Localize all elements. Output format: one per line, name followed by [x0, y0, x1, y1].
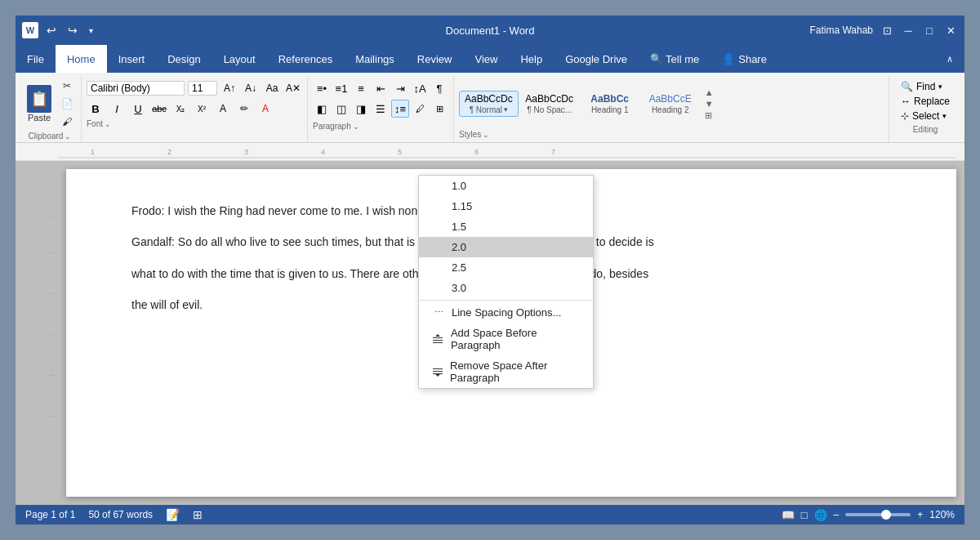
menu-view[interactable]: View	[463, 45, 509, 73]
align-left-button[interactable]: ◧	[313, 100, 331, 118]
maximize-button[interactable]: □	[922, 23, 937, 38]
superscript-button[interactable]: X²	[193, 100, 211, 118]
font-expand[interactable]: ⌄	[105, 120, 111, 128]
close-button[interactable]: ✕	[943, 23, 958, 38]
spacing-1-15[interactable]: 1.15	[419, 196, 593, 216]
print-layout-icon[interactable]: □	[801, 509, 808, 521]
line-spacing-button[interactable]: ↕≡	[391, 100, 409, 118]
menu-googledrive[interactable]: Google Drive	[554, 45, 639, 73]
select-button[interactable]: ⊹ Select ▾	[896, 109, 955, 123]
align-right-button[interactable]: ◨	[352, 100, 370, 118]
column-icon[interactable]: ⊞	[193, 508, 203, 521]
style-no-spacing[interactable]: AaBbCcDc ¶ No Spac...	[520, 91, 579, 115]
svg-text:7: 7	[551, 148, 555, 156]
italic-button[interactable]: I	[108, 100, 126, 118]
font-color2-button[interactable]: A	[256, 100, 274, 118]
spacing-2-0[interactable]: 2.0	[419, 237, 593, 257]
bold-button[interactable]: B	[87, 100, 105, 118]
menu-insert[interactable]: Insert	[107, 45, 157, 73]
svg-text:1: 1	[91, 148, 95, 156]
minimize-button[interactable]: ─	[901, 23, 915, 38]
shading-button[interactable]: 🖊	[411, 100, 429, 118]
line-spacing-options-label: Line Spacing Options...	[452, 306, 561, 319]
styles-label: Styles ⌄	[459, 130, 884, 139]
ribbon-collapse-btn[interactable]: ∧	[935, 45, 964, 73]
para-expand[interactable]: ⌄	[353, 123, 359, 131]
line-spacing-options[interactable]: ⋯ Line Spacing Options...	[419, 302, 593, 323]
remove-space-after[interactable]: Remove Space After Paragraph	[419, 355, 593, 388]
margin-dash-1: –	[50, 210, 55, 220]
replace-button[interactable]: ↔ Replace	[896, 94, 955, 109]
redo-button[interactable]: ↪	[65, 22, 81, 38]
sort-button[interactable]: ↕A	[411, 79, 429, 97]
menu-review[interactable]: Review	[406, 45, 464, 73]
style-heading1[interactable]: AaBbCc Heading 1	[581, 91, 639, 115]
menu-layout[interactable]: Layout	[212, 45, 267, 73]
zoom-thumb[interactable]	[881, 510, 891, 520]
change-case-button[interactable]: Aa	[263, 79, 281, 97]
styles-more-button[interactable]: ⊞	[705, 110, 714, 121]
cut-button[interactable]: ✂	[58, 78, 76, 94]
underline-button[interactable]: U	[129, 100, 147, 118]
bullets-button[interactable]: ≡•	[313, 79, 331, 97]
menu-references[interactable]: References	[267, 45, 344, 73]
svg-text:2: 2	[167, 148, 172, 156]
customize-button[interactable]: ▾	[86, 25, 96, 37]
spacing-1-0-label: 1.0	[452, 180, 466, 192]
style-heading2[interactable]: AaBbCcE Heading 2	[641, 91, 700, 115]
justify-button[interactable]: ☰	[372, 100, 390, 118]
clipboard-expand[interactable]: ⌄	[65, 132, 71, 141]
style-normal[interactable]: AaBbCcDc ¶ Normal ▾	[459, 91, 519, 116]
text-highlight-button[interactable]: ✏	[235, 100, 253, 118]
zoom-out-icon[interactable]: –	[834, 509, 840, 520]
styles-expand[interactable]: ⌄	[483, 131, 489, 139]
svg-text:6: 6	[474, 148, 479, 156]
undo-button[interactable]: ↩	[43, 22, 60, 38]
zoom-in-icon[interactable]: +	[917, 509, 923, 520]
menu-help[interactable]: Help	[509, 45, 554, 73]
shrink-font-button[interactable]: A↓	[242, 79, 260, 97]
para-label: Paragraph ⌄	[313, 122, 448, 131]
decrease-indent-button[interactable]: ⇤	[372, 79, 390, 97]
align-center-button[interactable]: ◫	[332, 100, 350, 118]
menu-design[interactable]: Design	[156, 45, 212, 73]
web-layout-icon[interactable]: 🌐	[814, 509, 827, 521]
menu-share[interactable]: 👤 Share	[710, 45, 778, 73]
line-spacing-options-icon: ⋯	[432, 307, 445, 318]
styles-up-button[interactable]: ▲	[705, 87, 714, 97]
restore-button[interactable]: ⊡	[880, 23, 894, 38]
spacing-2-5[interactable]: 2.5	[419, 257, 593, 278]
remove-space-after-icon	[432, 366, 443, 377]
grow-font-button[interactable]: A↑	[220, 79, 238, 97]
menu-home[interactable]: Home	[56, 45, 107, 73]
increase-indent-button[interactable]: ⇥	[391, 79, 409, 97]
paste-button[interactable]: 📋 Paste	[24, 83, 55, 124]
find-button[interactable]: 🔍 Find ▾	[896, 79, 955, 94]
borders-button[interactable]: ⊞	[430, 100, 448, 118]
spacing-3-0[interactable]: 3.0	[419, 278, 593, 298]
font-size-input[interactable]	[188, 81, 217, 96]
font-name-input[interactable]	[87, 81, 185, 96]
styles-down-button[interactable]: ▼	[705, 99, 714, 109]
zoom-slider[interactable]	[845, 513, 911, 516]
strikethrough-button[interactable]: abc	[150, 100, 168, 118]
styles-group: AaBbCcDc ¶ Normal ▾ AaBbCcDc ¶ No Spac..…	[454, 76, 889, 142]
subscript-button[interactable]: X₂	[172, 100, 189, 118]
menu-tellme[interactable]: 🔍 Tell me	[639, 45, 710, 73]
add-space-before[interactable]: Add Space Before Paragraph	[419, 323, 593, 355]
copy-button[interactable]: 📄	[58, 96, 76, 112]
paste-label: Paste	[28, 113, 51, 123]
clear-formatting-button[interactable]: A✕	[284, 79, 302, 97]
read-mode-icon[interactable]: 📖	[782, 509, 795, 521]
spacing-1-5[interactable]: 1.5	[419, 216, 593, 237]
menu-mailings[interactable]: Mailings	[344, 45, 406, 73]
show-hide-button[interactable]: ¶	[430, 79, 448, 97]
multilevel-button[interactable]: ≡	[352, 79, 370, 97]
ruler-svg: 1 2 3 4 5 6 7	[58, 143, 956, 161]
font-color-button[interactable]: A	[214, 100, 232, 118]
menu-file[interactable]: File	[16, 45, 56, 73]
format-painter-button[interactable]: 🖌	[58, 114, 76, 130]
spacing-1-0[interactable]: 1.0	[419, 176, 593, 196]
numbering-button[interactable]: ≡1	[332, 79, 350, 97]
proofing-icon[interactable]: 📝	[166, 508, 180, 521]
